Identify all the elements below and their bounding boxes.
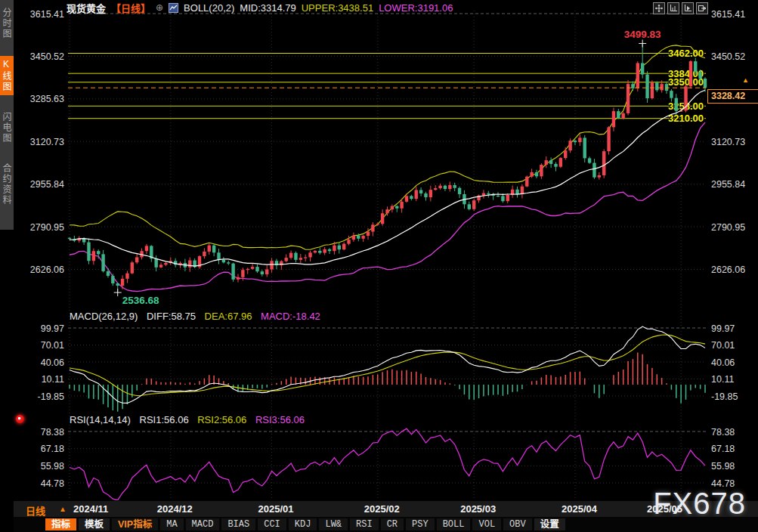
svg-text:55.98: 55.98: [41, 461, 64, 472]
svg-text:2955.84: 2955.84: [711, 179, 745, 190]
toolbar-button-指标[interactable]: 指标: [45, 518, 76, 530]
indicator-toolbar: 指标模板VIP指标MAMACDBIASCCIKDJLW&RSICRPSYBOLL…: [14, 517, 758, 532]
svg-text:3120.73: 3120.73: [30, 137, 64, 147]
svg-text:40.06: 40.06: [41, 357, 64, 368]
svg-text:2790.95: 2790.95: [711, 222, 745, 233]
macd-diff-value: DIFF:58.75: [147, 311, 196, 322]
x-axis-label: 2024/12: [157, 503, 193, 515]
toolbar-button-RSI[interactable]: RSI: [350, 518, 379, 530]
gridlines: [68, 11, 706, 500]
boll-lower-value: LOWER:3191.06: [379, 2, 453, 14]
svg-text:70.01: 70.01: [41, 340, 64, 351]
toolbar-button-PSY[interactable]: PSY: [406, 518, 435, 530]
svg-text:2626.06: 2626.06: [30, 264, 64, 275]
crosshair-icon[interactable]: [653, 2, 665, 14]
chart-tools: [653, 2, 708, 14]
sidebar-tabstrip: 分时图K线图闪电图合约资料: [0, 0, 14, 230]
svg-text:-19.85: -19.85: [38, 391, 64, 402]
period-tag[interactable]: 【日线】: [111, 1, 150, 15]
svg-text:55.98: 55.98: [711, 461, 735, 472]
toolbar-button-OBV[interactable]: OBV: [503, 518, 532, 530]
indicator-chart-icon[interactable]: [169, 3, 178, 13]
toolbar-button-CCI[interactable]: CCI: [258, 518, 286, 530]
svg-text:2955.84: 2955.84: [30, 179, 64, 190]
sidebar-tab-闪电图[interactable]: 闪电图: [0, 109, 14, 147]
svg-text:67.18: 67.18: [711, 444, 735, 454]
current-price-tag: 3328.42: [707, 89, 758, 104]
toolbar-button-VOL[interactable]: VOL: [472, 518, 501, 530]
sidebar-tab-合约资料[interactable]: 合约资料: [0, 160, 14, 209]
boll-upper-value: UPPER:3438.51: [302, 2, 373, 14]
price-up-arrow-icon: ▲: [742, 79, 749, 82]
svg-text:2626.06: 2626.06: [711, 264, 745, 275]
record-dot-icon[interactable]: [16, 415, 24, 423]
rsi1-value: RSI1:56.06: [140, 414, 189, 425]
toolbar-button-BIAS[interactable]: BIAS: [221, 518, 255, 530]
symbol-name: 现货黄金: [67, 1, 106, 15]
toolbar-button-模板[interactable]: 模板: [79, 518, 110, 530]
rsi-header: RSI(14,14,14) RSI1:56.06 RSI2:56.06 RSI3…: [70, 414, 311, 425]
svg-text:2790.95: 2790.95: [30, 222, 64, 233]
axis-zoom-icon[interactable]: [667, 2, 679, 14]
rsi3-value: RSI3:56.06: [255, 414, 305, 425]
svg-text:70.01: 70.01: [711, 340, 735, 351]
svg-text:-19.85: -19.85: [711, 391, 738, 402]
x-axis-label: 2025/03: [460, 503, 496, 515]
toolbar-button-LW&[interactable]: LW&: [319, 518, 348, 530]
macd-dea-value: DEA:67.96: [205, 311, 252, 322]
toolbar-button-KDJ[interactable]: KDJ: [289, 518, 317, 530]
macd-histogram: [70, 353, 705, 412]
svg-text:40.06: 40.06: [711, 357, 735, 368]
period-dropdown-arrow-icon[interactable]: ▲: [59, 505, 67, 513]
toolbar-button-BOLL[interactable]: BOLL: [437, 518, 471, 530]
sidebar: 分时图K线图闪电图合约资料: [0, 0, 14, 532]
candlestick-series: [68, 44, 707, 293]
svg-text:10.11: 10.11: [42, 374, 64, 385]
svg-text:78.38: 78.38: [41, 427, 64, 438]
trading-app: 3462.003384.003350.003258.003210.003499.…: [0, 0, 758, 532]
toolbar-button-MACD[interactable]: MACD: [186, 518, 220, 530]
svg-text:3210.00: 3210.00: [668, 113, 704, 124]
detach-window-icon[interactable]: [696, 2, 708, 14]
svg-text:99.97: 99.97: [711, 323, 735, 334]
boll-mid-value: MID:3314.79: [240, 2, 295, 14]
svg-text:3120.73: 3120.73: [711, 137, 745, 147]
svg-text:3450.52: 3450.52: [711, 51, 745, 62]
toolbar-button-VIP指标[interactable]: VIP指标: [112, 518, 158, 530]
svg-text:44.78: 44.78: [41, 478, 64, 489]
x-axis-label: 2025/02: [364, 503, 400, 515]
svg-text:3499.83: 3499.83: [624, 29, 661, 40]
svg-text:99.97: 99.97: [41, 323, 64, 334]
expand-icon[interactable]: ⊕: [156, 2, 163, 13]
boll-title: BOLL(20,2): [184, 2, 234, 14]
rsi2-value: RSI2:56.06: [197, 414, 246, 425]
svg-text:2536.68: 2536.68: [122, 295, 159, 306]
macd-header: MACD(26,12,9) DIFF:58.75 DEA:67.96 MACD:…: [70, 311, 326, 322]
price-level-lines: 3462.003384.003350.003258.003210.00: [68, 48, 706, 124]
period-selector[interactable]: 日线: [26, 503, 45, 518]
x-axis-label: 2025/04: [562, 503, 597, 515]
x-axis-row: 日线 ▲ 2024/112024/122025/012025/022025/03…: [0, 501, 758, 517]
svg-text:78.38: 78.38: [711, 427, 735, 438]
svg-text:3462.00: 3462.00: [668, 48, 704, 59]
x-axis-label: 2024/11: [73, 503, 108, 515]
axis-play-icon[interactable]: [682, 2, 694, 14]
toolbar-button-MA[interactable]: MA: [160, 518, 183, 530]
x-axis-label: 2025/01: [258, 503, 294, 515]
svg-text:3285.63: 3285.63: [30, 94, 64, 104]
svg-text:67.18: 67.18: [41, 444, 64, 454]
sidebar-tab-K线图[interactable]: K线图: [0, 56, 14, 95]
svg-text:10.11: 10.11: [711, 374, 734, 385]
watermark: FX678: [653, 487, 746, 521]
macd-hist-value: MACD:-18.42: [261, 311, 320, 322]
toolbar-button-CR[interactable]: CR: [381, 518, 404, 530]
chart-header: 现货黄金 【日线】 ⊕ BOLL(20,2) MID:3314.79 UPPER…: [14, 0, 758, 15]
rsi-title: RSI(14,14,14): [70, 414, 131, 425]
chart-canvas[interactable]: 3462.003384.003350.003258.003210.003499.…: [0, 0, 758, 532]
svg-text:3450.52: 3450.52: [30, 51, 64, 62]
sidebar-tab-分时图[interactable]: 分时图: [0, 5, 14, 42]
macd-title: MACD(26,12,9): [70, 311, 138, 322]
toolbar-button-设置[interactable]: 设置: [534, 518, 565, 530]
